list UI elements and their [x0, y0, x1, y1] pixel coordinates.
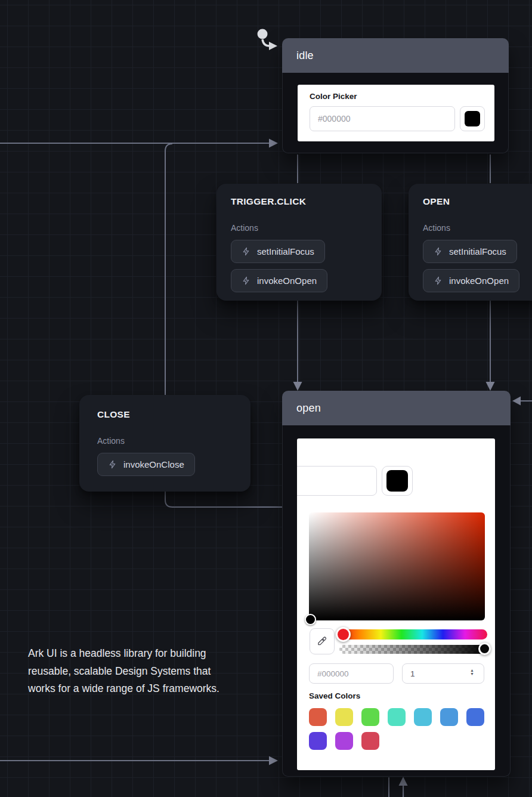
state-open-header[interactable]: open	[282, 391, 511, 425]
saved-colors-label: Saved Colors	[309, 691, 360, 700]
eyedropper-button[interactable]	[310, 628, 335, 654]
lightning-icon	[434, 247, 443, 256]
alpha-slider-thumb[interactable]	[478, 642, 491, 655]
arrowhead-trigger-click-to-open	[293, 382, 302, 391]
arrowhead-up-into-open	[399, 777, 408, 786]
note-line: works for a wide range of JS frameworks.	[28, 680, 219, 698]
action-label: invokeOnClose	[123, 459, 184, 469]
color-picker-label: Color Picker	[310, 92, 357, 101]
open-color-swatch-button[interactable]	[382, 466, 413, 496]
note-line: Ark UI is a headless library for buildin…	[28, 645, 219, 663]
state-idle-title: idle	[296, 50, 314, 62]
action-chip-setinitialfocus[interactable]: setInitialFocus	[231, 240, 325, 263]
arrowhead-right-into-open	[512, 397, 521, 406]
action-chip-invokeonopen[interactable]: invokeOnOpen	[423, 269, 519, 292]
saved-colors-grid	[309, 708, 484, 750]
idle-color-swatch-button[interactable]	[460, 106, 485, 131]
arrowhead-into-idle	[269, 139, 278, 148]
state-open-body: ▲ ▼ Saved Colors	[282, 425, 511, 777]
action-label: invokeOnOpen	[449, 276, 509, 286]
hex-value-input[interactable]	[309, 663, 394, 684]
event-title: OPEN	[423, 196, 532, 207]
idle-colorpicker-card: Color Picker	[298, 85, 494, 141]
saved-color-swatch[interactable]	[361, 708, 379, 726]
state-node-idle[interactable]: idle Color Picker	[282, 38, 509, 153]
saved-color-swatch[interactable]	[335, 708, 353, 726]
saved-color-swatch[interactable]	[309, 732, 327, 750]
saved-color-swatch[interactable]	[309, 708, 327, 726]
current-color-swatch	[465, 111, 480, 126]
saved-color-swatch[interactable]	[440, 708, 458, 726]
note-line: reusable, scalable Design Systems that	[28, 663, 219, 681]
open-colorpicker-card: ▲ ▼ Saved Colors	[297, 438, 495, 770]
action-label: setInitialFocus	[449, 246, 506, 257]
action-label: setInitialFocus	[257, 246, 314, 257]
eyedropper-icon	[317, 636, 328, 647]
actions-label: Actions	[423, 223, 532, 233]
action-chip-invokeonclose[interactable]: invokeOnClose	[97, 453, 195, 476]
event-title: TRIGGER.CLICK	[231, 196, 367, 207]
ark-ui-note: Ark UI is a headless library for buildin…	[28, 645, 219, 698]
state-idle-body: Color Picker	[282, 73, 509, 153]
action-label: invokeOnOpen	[257, 276, 317, 286]
saved-color-swatch[interactable]	[335, 732, 353, 750]
state-open-title: open	[296, 402, 321, 415]
event-node-open[interactable]: OPEN Actions setInitialFocus invokeOnOpe…	[409, 184, 532, 301]
saved-color-swatch[interactable]	[361, 732, 379, 750]
arrowhead-bottom-into-open	[269, 756, 278, 765]
lightning-icon	[242, 276, 250, 285]
state-idle-header[interactable]: idle	[282, 38, 509, 73]
event-node-close[interactable]: CLOSE Actions invokeOnClose	[79, 395, 250, 492]
saved-color-swatch[interactable]	[388, 708, 406, 726]
color-area-thumb[interactable]	[305, 614, 316, 625]
arrowhead-open-event-to-open	[486, 382, 495, 391]
actions-label: Actions	[97, 436, 233, 446]
open-hex-input-top[interactable]	[297, 466, 377, 496]
lightning-icon	[242, 247, 250, 256]
state-node-open[interactable]: open	[282, 391, 511, 777]
idle-hex-input[interactable]	[310, 106, 455, 131]
state-machine-canvas[interactable]: idle Color Picker TRIGGER.CLICK Actions …	[0, 0, 532, 797]
initial-state-marker	[254, 26, 283, 52]
event-title: CLOSE	[97, 409, 233, 420]
saved-color-swatch[interactable]	[414, 708, 432, 726]
saved-color-swatch[interactable]	[466, 708, 484, 726]
action-chip-invokeonopen[interactable]: invokeOnOpen	[231, 269, 327, 292]
stepper-down-icon[interactable]: ▼	[470, 672, 474, 676]
action-chip-setinitialfocus[interactable]: setInitialFocus	[423, 240, 517, 263]
lightning-icon	[434, 276, 443, 285]
actions-label: Actions	[231, 223, 367, 233]
hue-slider-thumb[interactable]	[336, 627, 351, 642]
saturation-brightness-area[interactable]	[309, 512, 485, 620]
current-color-swatch	[386, 470, 408, 492]
alpha-slider[interactable]	[339, 645, 487, 654]
alpha-stepper[interactable]: ▲ ▼	[470, 669, 474, 676]
lightning-icon	[108, 460, 117, 469]
hue-slider[interactable]	[339, 629, 487, 640]
event-node-trigger-click[interactable]: TRIGGER.CLICK Actions setInitialFocus in…	[216, 184, 382, 301]
